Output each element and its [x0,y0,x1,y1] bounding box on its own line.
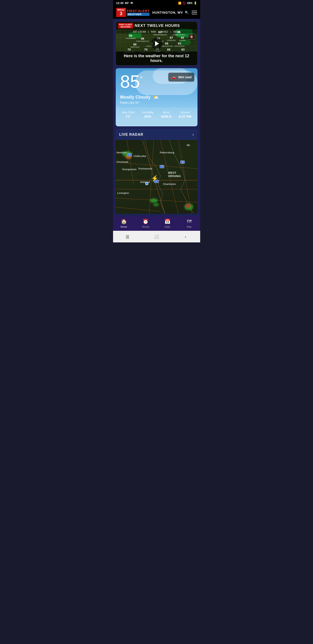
hourly-label: Hourly [142,226,149,228]
dew-point-value: 71° [122,114,135,118]
city-west-virginia: WESTVIRGINIA [168,171,181,178]
radar-card: LIVE RADAR › [116,129,198,214]
wind-label: Wind [161,111,171,114]
wet-road-car-icon: 🚗 [171,74,177,80]
main-content: FIRST ALERT WEATHER NEXT TWELVE HOURS SA… [113,19,200,216]
map-label: Map [187,226,191,228]
radar-blob-4 [153,203,159,206]
feels-like: Feels Like 91° [116,100,198,108]
channel-logo: WSAZ 3 [116,8,126,17]
search-icon[interactable]: 🔍 [185,11,189,14]
stat-wind: Wind SSW 6 [161,111,171,118]
radar-map[interactable]: Mc Hamilton Chillicothe Parkersburg Cinc… [116,140,198,214]
weather-main: 🚗 Wet road 85 ° [116,68,198,93]
stat-humidity: Humidity 62% [142,111,154,118]
daily-icon: 📅 [164,219,170,224]
daily-label: Daily [165,226,170,228]
recents-button[interactable]: ||| [124,234,131,240]
back-button[interactable]: ‹ [183,234,189,240]
city-portsmouth: Portsmouth [139,167,152,170]
radar-blob-3 [150,198,158,203]
video-badge: FIRST ALERT WEATHER [118,23,133,28]
stat-dew-point: Dew Point 71° [122,111,135,118]
home-button[interactable]: ⬜ [153,234,160,240]
stat-sunset: Sunset 8:37 PM [179,111,191,118]
wind-value: SSW 6 [161,114,171,118]
badge-line2: WEATHER [120,26,130,28]
temp-cincinnati: 69 CINCINNATI [126,34,136,39]
video-frame[interactable]: FIRST ALERT WEATHER NEXT TWELVE HOURS SA… [116,22,197,65]
badge-line1: FIRST ALERT [119,24,132,26]
weather-card: 🚗 Wet road 85 ° Mostly Cloudy ⛅ Feels Li… [116,68,198,126]
first-alert-text: FIRST ALERT [127,9,149,13]
recents-icon: ||| [126,234,129,239]
temp-elkins: 65 ELKINS [179,36,185,41]
logo-container: WSAZ 3 FIRST ALERT WEATHER [116,8,150,17]
map-icon: 🗺 [187,219,192,224]
interstate-79: 79 [180,160,185,164]
interstate-77-north: 77 [160,165,164,168]
home-label: Home [121,226,127,228]
hamburger-menu[interactable] [192,11,197,14]
app-header: WSAZ 3 FIRST ALERT WEATHER HUNTINGTON, W… [113,6,200,19]
back-icon: ‹ [185,234,186,239]
temp-charleston: 66 CHARLESTON [161,42,173,47]
condition-text: Mostly Cloudy [120,94,151,100]
humidity-label: Humidity [142,111,154,114]
city-lexington: Lexington [117,192,129,194]
interstate-71: 71 [127,153,132,156]
location-container[interactable]: HUNTINGTON, WV 🔍 [152,11,189,14]
status-right: 📶 🚫 69% 🔋 [178,2,197,5]
radar-title: LIVE RADAR [119,132,143,137]
legend-snow-icon: ● [170,31,171,33]
system-nav: ||| ⬜ ‹ [113,231,200,242]
bottom-nav: 🏠 Home ⏰ Hourly 📅 Daily 🗺 Map [113,216,200,231]
city-georgetown: Georgetown [122,168,136,170]
logo-text: FIRST ALERT WEATHER [127,9,149,16]
home-icon: 🏠 [121,219,127,224]
lightning-icon: ⚡ [151,175,159,182]
sunset-label: Sunset [179,111,191,114]
city-parkersburg: Parkersburg [160,151,174,154]
radar-header[interactable]: LIVE RADAR › [116,129,198,140]
legend-time: SAT 1:00 AM [133,31,146,33]
battery-icon: 🔋 [194,2,197,5]
svg-line-8 [116,207,160,212]
nav-daily[interactable]: 📅 Daily [157,219,179,228]
city-charleston: Charleston [163,183,176,185]
legend-rain-icon: ● [148,31,149,33]
humidity-value: 62% [142,114,154,118]
temp-value: 85 [120,73,140,90]
nav-home[interactable]: 🏠 Home [113,219,135,228]
channel-number: 3 [120,11,122,16]
city-hamilton: Hamilton [116,151,127,154]
wet-road-text: Wet road [178,75,192,79]
video-card: FIRST ALERT WEATHER NEXT TWELVE HOURS SA… [116,22,198,66]
degree-symbol: ° [140,75,143,82]
status-left: 12:30 85° ✉ [116,1,133,5]
temp-portsmouth: 68 PORTSMOUTH [136,37,149,42]
time-display: 12:30 [116,1,124,5]
temperature-display: 85° [125,1,129,5]
city-chillicothe: Chillicothe [134,155,146,158]
temp-richwood: 63 RICHWOOD [174,42,185,47]
weather-stats: Dew Point 71° Humidity 62% Wind SSW 6 Su… [116,108,198,122]
video-header-overlay: FIRST ALERT WEATHER NEXT TWELVE HOURS [116,22,197,30]
hourly-icon: ⏰ [143,219,149,224]
nav-map[interactable]: 🗺 Map [178,219,200,228]
wifi-icon: 📶 [178,2,181,5]
video-caption: Here is the weather for the next 12 hour… [116,52,197,65]
location-text: HUNTINGTON, WV [152,11,183,14]
video-title: NEXT TWELVE HOURS [135,24,180,28]
wet-road-badge: 🚗 Wet road [168,73,194,82]
nav-hourly[interactable]: ⏰ Hourly [135,219,157,228]
city-cincinnati: Cincinnati [116,160,128,163]
mute-button[interactable]: 🔇 [188,34,195,39]
sunset-value: 8:37 PM [179,114,191,118]
play-button[interactable] [151,38,162,50]
status-bar: 12:30 85° ✉ 📶 🚫 69% 🔋 [113,0,200,6]
weather-label-text: WEATHER [127,13,149,16]
current-location-dot [145,182,148,185]
dew-point-label: Dew Point [122,111,135,114]
temp-grayson: 68 GRAYSON [130,43,139,48]
